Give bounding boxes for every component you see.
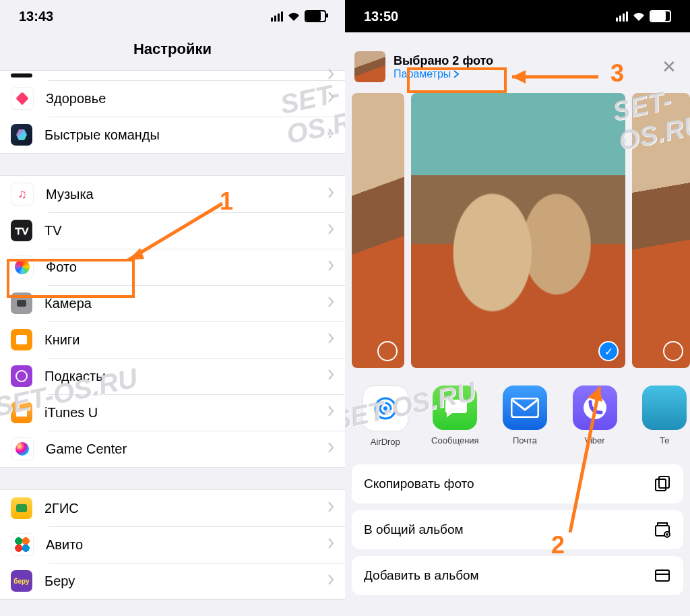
row-label: Беру <box>44 574 327 589</box>
share-apps-row[interactable]: AirDropСообщенияПочтаViberТе <box>345 368 690 454</box>
share-app[interactable]: Почта <box>499 386 551 447</box>
settings-row[interactable]: Камера <box>0 285 345 321</box>
settings-row[interactable]: ᴛᴠTV <box>0 212 345 249</box>
app-icon <box>11 329 32 350</box>
svg-rect-7 <box>656 479 666 491</box>
app-icon <box>11 255 34 278</box>
share-sheet: Выбрано 2 фото Параметры ✕ ✓ AirDropСооб… <box>345 40 690 616</box>
svg-rect-12 <box>656 570 669 581</box>
app-icon <box>11 570 32 592</box>
settings-row[interactable] <box>0 71 345 80</box>
photo-thumb[interactable]: ✓ <box>411 93 625 368</box>
chevron-right-icon <box>327 92 334 105</box>
row-label: Game Center <box>46 441 327 457</box>
clock: 13:50 <box>364 9 398 24</box>
app-icon <box>11 73 32 78</box>
settings-row[interactable]: iTunes U <box>0 394 345 431</box>
app-name: AirDrop <box>360 437 411 447</box>
settings-row[interactable]: Подкасты <box>0 358 345 394</box>
row-label: Подкасты <box>44 369 327 384</box>
chevron-right-icon <box>327 538 334 551</box>
settings-group: ЗдоровьеБыстрые команды <box>0 70 345 154</box>
share-action[interactable]: В общий альбом <box>352 510 683 549</box>
app-icon <box>11 402 32 423</box>
chevron-right-icon <box>327 369 334 383</box>
photo-thumb[interactable] <box>632 93 690 368</box>
cellular-icon <box>271 11 283 22</box>
select-circle-icon[interactable] <box>377 341 398 361</box>
chevron-right-icon <box>453 70 459 78</box>
settings-row[interactable]: Быстрые команды <box>0 117 345 153</box>
options-label: Параметры <box>394 68 451 80</box>
settings-row[interactable]: Беру <box>0 563 345 599</box>
clock: 13:43 <box>19 9 53 24</box>
chevron-right-icon <box>327 187 334 201</box>
share-app[interactable]: Те <box>639 386 690 447</box>
chevron-right-icon <box>327 297 334 310</box>
close-button[interactable]: ✕ <box>658 57 681 78</box>
chevron-right-icon <box>327 224 334 237</box>
svg-rect-8 <box>659 476 669 488</box>
status-icons <box>616 10 671 22</box>
selection-thumb <box>354 51 385 82</box>
settings-row[interactable]: Книги <box>0 321 345 358</box>
share-header: Выбрано 2 фото Параметры ✕ <box>345 40 690 93</box>
action-icon <box>654 567 671 584</box>
page-title: Настройки <box>0 32 345 70</box>
settings-row[interactable]: 2ГИС <box>0 490 345 526</box>
settings-screen: 13:43 Настройки ЗдоровьеБыстрые командыМ… <box>0 0 345 616</box>
row-label: Камера <box>44 296 327 311</box>
settings-row[interactable]: Game Center <box>0 431 345 467</box>
share-app[interactable]: AirDrop <box>360 386 411 447</box>
share-app[interactable]: Viber <box>569 386 621 447</box>
svg-rect-10 <box>658 523 667 526</box>
svg-point-6 <box>584 396 606 419</box>
action-icon <box>654 521 671 538</box>
settings-row[interactable]: Авито <box>0 526 345 563</box>
action-label: В общий альбом <box>364 522 464 537</box>
settings-group: МузыкаᴛᴠTVФотоКамераКнигиПодкастыiTunes … <box>0 175 345 468</box>
app-name: Viber <box>569 435 621 445</box>
share-action[interactable]: Добавить в альбом <box>352 556 683 595</box>
battery-icon <box>650 10 671 22</box>
select-circle-icon[interactable] <box>663 341 683 361</box>
row-label: TV <box>44 223 327 239</box>
chevron-right-icon <box>327 574 334 588</box>
chevron-right-icon <box>327 128 334 142</box>
app-name: Те <box>639 435 690 445</box>
photo-strip[interactable]: ✓ <box>345 93 690 368</box>
selected-check-icon[interactable]: ✓ <box>598 341 619 361</box>
row-label: Авито <box>46 537 327 553</box>
app-icon <box>11 365 32 387</box>
share-app[interactable]: Сообщения <box>430 386 481 447</box>
row-label: Быстрые команды <box>44 127 327 143</box>
row-label: iTunes U <box>44 405 327 421</box>
photo-thumb[interactable] <box>352 93 404 368</box>
settings-row[interactable]: Здоровье <box>0 80 345 117</box>
svg-point-4 <box>383 406 387 410</box>
app-icon <box>503 386 547 430</box>
app-icon <box>11 183 34 206</box>
settings-row[interactable]: Музыка <box>0 176 345 212</box>
app-icon <box>642 386 687 430</box>
chevron-right-icon <box>327 260 334 274</box>
chevron-right-icon <box>327 406 334 419</box>
share-action[interactable]: Скопировать фото <box>352 464 683 503</box>
app-icon <box>11 292 32 314</box>
options-button[interactable]: Параметры <box>394 68 459 80</box>
chevron-right-icon <box>327 333 334 346</box>
status-icons <box>271 10 326 22</box>
chevron-right-icon <box>327 501 334 515</box>
row-label: Здоровье <box>46 91 327 106</box>
action-icon <box>654 475 671 493</box>
svg-rect-5 <box>511 398 538 417</box>
app-icon: ᴛᴠ <box>11 220 32 241</box>
chevron-right-icon <box>327 442 334 456</box>
wifi-icon <box>287 11 301 22</box>
action-label: Скопировать фото <box>364 476 474 491</box>
row-label: Книги <box>44 332 327 348</box>
settings-row[interactable]: Фото <box>0 249 345 285</box>
app-icon <box>363 386 408 431</box>
app-name: Сообщения <box>430 435 481 445</box>
app-icon <box>433 386 477 430</box>
